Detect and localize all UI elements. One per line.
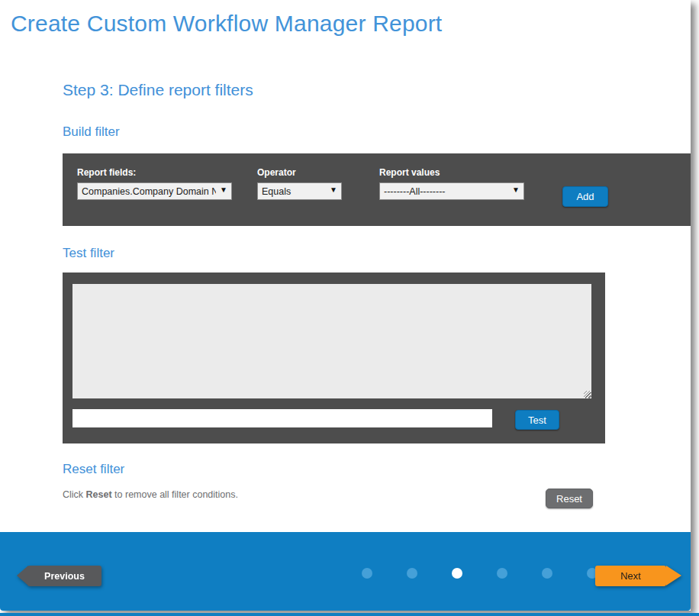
reset-instruction: Click Reset to remove all filter conditi… [63,489,238,500]
step-dot-4 [497,568,507,579]
step-dots [362,568,598,579]
step-heading: Step 3: Define report filters [63,81,253,99]
test-button[interactable]: Test [515,410,559,430]
step-dot-2 [407,568,417,579]
bottom-edge-bar [0,613,699,616]
build-filter-panel: Report fields: Companies.Company Domain … [63,153,691,226]
test-value-input[interactable] [72,409,492,427]
report-values-select[interactable]: --------All-------- [379,182,524,200]
page-title: Create Custom Workflow Manager Report [11,11,442,37]
report-fields-label: Report fields: [77,167,232,178]
report-fields-select[interactable]: Companies.Company Domain Na [77,182,232,200]
arrow-left-icon [17,566,28,585]
test-filter-panel: Test [63,273,605,443]
build-filter-heading: Build filter [63,124,120,140]
step-dot-5 [542,568,552,579]
reset-button[interactable]: Reset [546,489,593,508]
operator-select[interactable]: Equals [257,182,342,200]
instruction-bold: Reset [86,489,112,500]
instruction-prefix: Click [63,489,86,500]
report-values-group: Report values --------All-------- ▼ [379,167,524,200]
step-dot-1 [362,568,372,579]
operator-group: Operator Equals ▼ [257,167,342,200]
wizard-footer: Previous Next [0,532,691,611]
reset-filter-heading: Reset filter [63,462,124,477]
test-filter-heading: Test filter [63,246,114,261]
step-dot-3 [452,568,462,579]
previous-button-label: Previous [27,566,101,586]
report-values-label: Report values [379,167,524,178]
report-fields-group: Report fields: Companies.Company Domain … [77,167,232,200]
wizard-page: Create Custom Workflow Manager Report St… [0,0,691,611]
add-button[interactable]: Add [562,186,608,207]
filter-expression-textarea[interactable] [72,284,591,398]
arrow-right-icon [666,566,681,585]
next-button-label: Next [595,566,666,586]
operator-label: Operator [257,167,342,178]
instruction-suffix: to remove all filter conditions. [112,489,238,500]
